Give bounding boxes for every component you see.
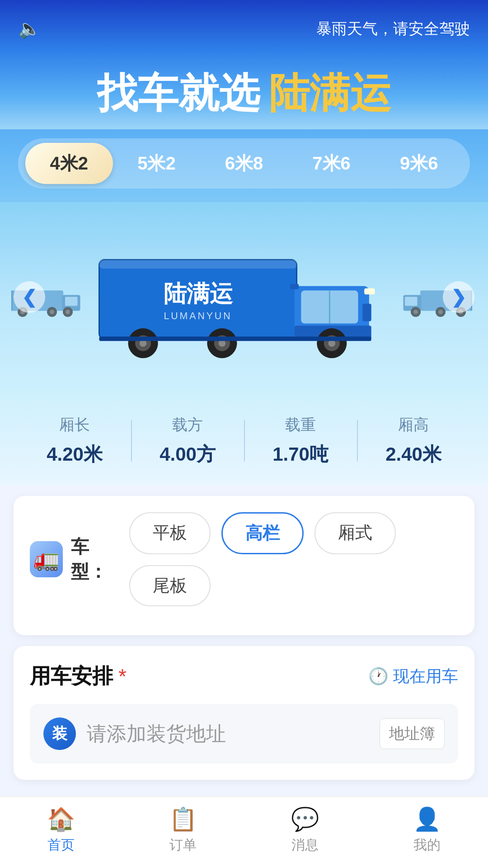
spec-label-weight: 载重 — [244, 415, 357, 435]
size-tabs-container: 4米2 5米2 6米8 7米6 9米6 — [18, 138, 470, 189]
hero-title-part2: 陆满运 — [269, 71, 391, 116]
spec-label-length: 厢长 — [18, 415, 131, 435]
now-use-btn[interactable]: 🕐 现在用车 — [368, 665, 458, 688]
spec-item-weight: 载重 1.70吨 — [244, 415, 357, 467]
spec-label-volume: 载方 — [131, 415, 244, 435]
address-book-btn[interactable]: 地址簿 — [380, 718, 445, 749]
spec-label-height: 厢高 — [357, 415, 470, 435]
size-tab-5m2[interactable]: 5米2 — [113, 143, 201, 184]
svg-point-36 — [413, 310, 418, 314]
hero-title: 找车就选 陆满运 — [18, 71, 470, 116]
svg-rect-31 — [364, 288, 375, 295]
header-alert-text: 暴雨天气，请安全驾驶 — [316, 19, 470, 39]
svg-rect-2 — [65, 297, 78, 306]
vehicle-type-label: 车型： — [71, 534, 121, 584]
nav-label-messages: 消息 — [291, 836, 319, 854]
vehicle-type-icon: 🚛 — [30, 541, 63, 577]
specs-grid: 厢长 4.20米 载方 4.00方 载重 1.70吨 厢高 2.40米 — [18, 415, 470, 467]
svg-rect-34 — [405, 297, 418, 306]
orders-icon: 📋 — [169, 806, 197, 832]
vehicle-type-options: 平板 高栏 厢式 尾板 — [129, 512, 459, 606]
spec-item-length: 厢长 4.20米 — [18, 415, 131, 467]
svg-text:LUMANYUN: LUMANYUN — [164, 311, 232, 321]
carousel-right-btn[interactable]: ❯ — [443, 281, 474, 313]
nav-item-messages[interactable]: 💬 消息 — [291, 806, 319, 854]
svg-point-38 — [438, 310, 443, 314]
address-row[interactable]: 装 请添加装货地址 地址簿 — [30, 704, 458, 764]
spec-item-volume: 载方 4.00方 — [131, 415, 244, 467]
required-star: * — [118, 664, 127, 689]
profile-icon: 👤 — [413, 806, 441, 832]
scheduling-title: 用车安排 * — [30, 662, 127, 690]
size-selector: 4米2 5米2 6米8 7米6 9米6 — [0, 129, 488, 202]
nav-item-orders[interactable]: 📋 订单 — [169, 806, 197, 854]
spec-value-height: 2.40米 — [357, 442, 470, 467]
vehicle-type-header: 🚛 车型： 平板 高栏 厢式 尾板 — [30, 512, 458, 606]
svg-rect-30 — [290, 284, 299, 289]
svg-rect-18 — [362, 304, 371, 321]
nav-item-profile[interactable]: 👤 我的 — [413, 806, 441, 854]
vehicle-option-enclosed[interactable]: 厢式 — [314, 512, 396, 554]
now-use-label: 现在用车 — [393, 665, 458, 688]
clock-icon: 🕐 — [368, 667, 389, 686]
spec-value-volume: 4.00方 — [131, 442, 244, 467]
svg-rect-29 — [99, 337, 371, 341]
svg-text:陆满运: 陆满运 — [164, 281, 234, 307]
vehicle-option-flatbed[interactable]: 平板 — [129, 512, 211, 554]
bottom-nav: 🏠 首页 📋 订单 💬 消息 👤 我的 — [0, 796, 488, 868]
hero-banner: 找车就选 陆满运 — [0, 48, 488, 129]
nav-item-home[interactable]: 🏠 首页 — [47, 806, 75, 854]
header: 🔈 暴雨天气，请安全驾驶 — [0, 0, 488, 48]
svg-point-6 — [50, 310, 54, 314]
messages-icon: 💬 — [291, 806, 319, 832]
nav-label-profile: 我的 — [413, 836, 441, 854]
address-text: 请添加装货地址 — [87, 721, 369, 747]
nav-label-orders: 订单 — [169, 836, 197, 854]
scheduling-section: 用车安排 * 🕐 现在用车 装 请添加装货地址 地址簿 — [14, 646, 474, 780]
size-tab-9m6[interactable]: 9米6 — [375, 143, 463, 184]
size-tab-7m6[interactable]: 7米6 — [288, 143, 375, 184]
spec-item-height: 厢高 2.40米 — [357, 415, 470, 467]
size-tab-4m2[interactable]: 4米2 — [25, 143, 113, 184]
nav-label-home: 首页 — [47, 836, 75, 854]
speaker-icon[interactable]: 🔈 — [18, 18, 41, 39]
address-badge: 装 — [43, 717, 76, 750]
vehicle-option-highbar[interactable]: 高栏 — [221, 512, 304, 554]
svg-rect-9 — [11, 291, 13, 311]
scheduling-header: 用车安排 * 🕐 现在用车 — [30, 662, 458, 690]
spec-value-length: 4.20米 — [18, 442, 131, 467]
spec-value-weight: 1.70吨 — [244, 442, 357, 467]
size-tab-6m8[interactable]: 6米8 — [200, 143, 288, 184]
hero-title-part1: 找车就选 — [97, 71, 260, 116]
svg-rect-14 — [99, 260, 296, 269]
main-truck-svg: 陆满运 LUMANYUN — [90, 231, 398, 367]
home-icon: 🏠 — [47, 806, 75, 832]
scheduling-title-text: 用车安排 — [30, 662, 113, 690]
truck-carousel: ❮ 陆满运 LUMANYUN — [0, 202, 488, 392]
carousel-left-btn[interactable]: ❮ — [14, 281, 45, 313]
truck-center: 陆满运 LUMANYUN — [86, 231, 402, 367]
svg-point-8 — [66, 310, 70, 314]
vehicle-option-tailgate[interactable]: 尾板 — [129, 565, 211, 606]
specs-section: 厢长 4.20米 载方 4.00方 载重 1.70吨 厢高 2.40米 — [0, 392, 488, 485]
vehicle-type-section: 🚛 车型： 平板 高栏 厢式 尾板 — [14, 496, 474, 635]
